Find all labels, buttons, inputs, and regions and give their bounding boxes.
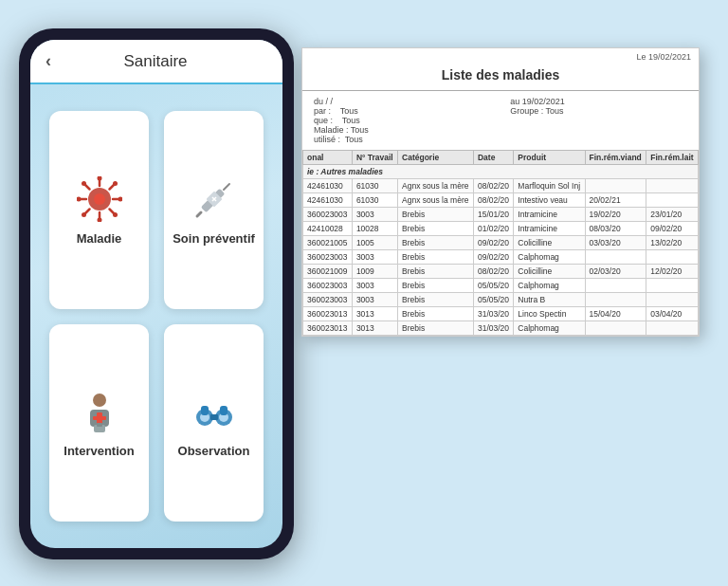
binoculars-icon [190,387,239,436]
svg-rect-27 [93,416,106,420]
svg-point-11 [97,217,101,222]
report-date: Le 19/02/2021 [302,48,699,64]
back-button[interactable]: ‹ [46,51,51,71]
svg-point-14 [82,181,86,186]
svg-point-15 [113,212,118,217]
section-header-cell: ie : Autres maladies [303,165,699,179]
svg-point-13 [118,196,122,201]
menu-card-maladie[interactable]: Maladie [49,111,149,309]
table-row: 3600230033003Brebis15/01/20Intramicine19… [303,208,699,222]
phone-menu: Maladie [30,84,282,548]
svg-point-17 [82,212,86,217]
table-row: 3600230033003Brebis09/02/20Calphomag [303,250,699,265]
svg-point-1 [94,193,105,205]
table-row: 3600210091009Brebis08/02/20Colicilline02… [303,265,699,279]
svg-rect-29 [97,423,102,427]
phone-title: Sanitaire [63,52,248,71]
soin-preventif-label: Soin préventif [173,231,255,246]
table-row: 3600230033003Brebis05/05/20Nutra B [303,293,699,307]
observation-label: Observation [178,444,250,458]
virus-icon [75,174,124,224]
phone-device: ‹ Sanitaire [19,28,294,559]
table-row: 3600230133013Brebis31/03/20Linco Spectin… [303,307,699,321]
table-row: 4241002810028Brebis01/02/20Intramicine08… [303,222,699,236]
col-date: Date [473,151,513,165]
svg-rect-36 [220,406,228,415]
table-row: 3600230133013Brebis31/03/20Calphomag [303,321,699,336]
report-title: Liste des maladies [302,64,699,91]
col-fin-viand: Fin.rém.viand [585,151,646,165]
phone-header: ‹ Sanitaire [30,40,282,84]
menu-card-intervention[interactable]: Intervention [49,324,149,522]
svg-line-20 [224,184,229,190]
intervention-label: Intervention [64,444,134,458]
table-row: 4246103061030Agnx sous la mère08/02/20Ma… [303,179,699,193]
maladie-label: Maladie [77,231,122,246]
report-meta-right: au 19/02/2021 Groupe : Tous [510,97,687,144]
syringe-icon [190,174,239,224]
report-table: onal N° Travail Catégorie Date Produit F… [302,150,699,336]
col-fin-lait: Fin.rém.lait [646,151,699,165]
table-row: 3600230033003Brebis05/05/20Calphomag [303,279,699,293]
svg-point-12 [77,196,82,201]
svg-point-16 [113,181,118,186]
report-meta: du / / par : Tous que : Tous Maladie : T… [302,91,699,150]
col-travail: N° Travail [352,151,397,165]
svg-point-24 [93,394,106,407]
table-row: 3600210051005Brebis09/02/20Colicilline03… [303,236,699,250]
menu-card-observation[interactable]: Observation [164,324,264,522]
svg-line-21 [197,212,201,216]
svg-rect-34 [210,414,218,420]
phone-screen: ‹ Sanitaire [30,40,282,548]
medic-icon [75,387,124,436]
table-row: 4246103061030Agnx sous la mère08/02/20In… [303,193,699,208]
svg-point-10 [97,176,101,181]
col-onal: onal [303,151,353,165]
svg-rect-35 [201,406,209,415]
col-produit: Produit [514,151,585,165]
report-meta-left: du / / par : Tous que : Tous Maladie : T… [314,97,491,144]
menu-card-soin-preventif[interactable]: Soin préventif [164,111,264,309]
col-categorie: Catégorie [398,151,474,165]
report-document: Le 19/02/2021 Liste des maladies du / / … [301,47,700,337]
